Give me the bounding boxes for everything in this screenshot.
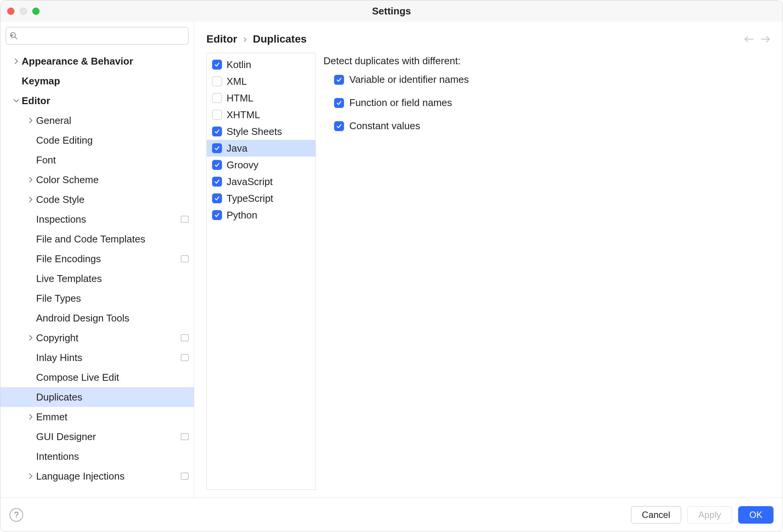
main-panel: Editor › Duplicates KotlinXMLHTMLX bbox=[194, 22, 783, 497]
apply-button: Apply bbox=[687, 506, 732, 524]
tree-item[interactable]: File Types bbox=[0, 288, 194, 308]
tree-item[interactable]: Emmet bbox=[0, 407, 194, 427]
tree-item[interactable]: Font bbox=[0, 150, 194, 170]
language-item[interactable]: JavaScript bbox=[207, 173, 315, 190]
language-item[interactable]: Groovy bbox=[207, 157, 315, 173]
language-label: Python bbox=[227, 209, 257, 221]
language-label: XML bbox=[227, 76, 247, 87]
nav-forward-icon[interactable] bbox=[761, 35, 770, 43]
tree-item[interactable]: Intentions bbox=[0, 446, 194, 466]
tree-item[interactable]: Android Design Tools bbox=[0, 308, 194, 328]
tree-item[interactable]: Code Style bbox=[0, 190, 194, 209]
tree-item[interactable]: Duplicates bbox=[0, 387, 194, 407]
language-label: JavaScript bbox=[227, 176, 273, 188]
cancel-button[interactable]: Cancel bbox=[631, 506, 682, 524]
option-row[interactable]: Function or field names bbox=[334, 97, 770, 109]
project-scope-icon bbox=[181, 334, 189, 341]
settings-tree[interactable]: Appearance & BehaviorKeymapEditorGeneral… bbox=[0, 48, 194, 497]
project-scope-icon bbox=[181, 433, 189, 440]
tree-item[interactable]: General bbox=[0, 111, 194, 130]
checkbox[interactable] bbox=[212, 93, 222, 103]
language-item[interactable]: Java bbox=[207, 140, 315, 157]
language-list[interactable]: KotlinXMLHTMLXHTMLStyle SheetsJavaGroovy… bbox=[206, 53, 316, 490]
chevron-right-icon[interactable] bbox=[25, 335, 36, 341]
tree-item-label: Code Style bbox=[36, 194, 189, 206]
nav-back-icon[interactable] bbox=[744, 35, 754, 43]
project-scope-icon bbox=[181, 216, 189, 223]
chevron-right-icon[interactable] bbox=[11, 58, 22, 64]
main-header: Editor › Duplicates bbox=[194, 22, 783, 53]
footer: ? Cancel Apply OK bbox=[0, 497, 783, 532]
language-item[interactable]: Python bbox=[207, 207, 315, 223]
tree-item[interactable]: Compose Live Edit bbox=[0, 367, 194, 387]
tree-item-label: General bbox=[36, 115, 189, 127]
project-scope-icon bbox=[181, 255, 189, 262]
option-row[interactable]: Constant values bbox=[334, 120, 770, 132]
ok-button[interactable]: OK bbox=[738, 506, 773, 524]
breadcrumb-current: Duplicates bbox=[253, 33, 307, 45]
language-item[interactable]: Kotlin bbox=[207, 56, 315, 73]
language-label: Groovy bbox=[227, 159, 258, 171]
language-item[interactable]: HTML bbox=[207, 90, 315, 106]
checkbox[interactable] bbox=[212, 160, 222, 170]
tree-item[interactable]: Inspections bbox=[0, 209, 194, 229]
tree-item[interactable]: Keymap bbox=[0, 71, 194, 91]
language-item[interactable]: TypeScript bbox=[207, 190, 315, 207]
tree-item[interactable]: Copyright bbox=[0, 328, 194, 348]
checkbox[interactable] bbox=[212, 127, 222, 136]
tree-item-label: Intentions bbox=[36, 451, 189, 462]
tree-item-label: Live Templates bbox=[36, 273, 189, 285]
tree-item[interactable]: Appearance & Behavior bbox=[0, 51, 194, 71]
chevron-down-icon[interactable] bbox=[11, 98, 22, 103]
tree-item-label: File Types bbox=[36, 293, 189, 304]
tree-item-label: File and Code Templates bbox=[36, 233, 189, 245]
tree-item[interactable]: File Encodings bbox=[0, 249, 194, 269]
option-row[interactable]: Variable or identifier names bbox=[334, 74, 770, 86]
language-item[interactable]: XML bbox=[207, 73, 315, 90]
tree-item[interactable]: Color Scheme bbox=[0, 170, 194, 190]
tree-item-label: Code Editing bbox=[36, 135, 189, 146]
tree-item[interactable]: Inlay Hints bbox=[0, 348, 194, 367]
chevron-right-icon[interactable] bbox=[25, 117, 36, 124]
option-label: Variable or identifier names bbox=[349, 74, 469, 86]
language-item[interactable]: XHTML bbox=[207, 106, 315, 123]
options-title: Detect duplicates with different: bbox=[323, 55, 770, 67]
checkbox[interactable] bbox=[212, 110, 222, 120]
chevron-right-icon[interactable] bbox=[25, 473, 36, 479]
chevron-right-icon[interactable] bbox=[25, 177, 36, 183]
tree-item[interactable]: Editor bbox=[0, 91, 194, 111]
checkbox[interactable] bbox=[212, 143, 222, 153]
checkbox[interactable] bbox=[334, 75, 344, 85]
tree-item[interactable]: Language Injections bbox=[0, 466, 194, 486]
chevron-right-icon[interactable] bbox=[25, 414, 36, 420]
checkbox[interactable] bbox=[212, 76, 222, 86]
tree-item[interactable]: GUI Designer bbox=[0, 427, 194, 446]
main-content: KotlinXMLHTMLXHTMLStyle SheetsJavaGroovy… bbox=[194, 53, 783, 497]
options-list: Variable or identifier namesFunction or … bbox=[323, 74, 770, 132]
checkbox[interactable] bbox=[334, 98, 344, 108]
checkbox[interactable] bbox=[334, 121, 344, 131]
options-panel: Detect duplicates with different: Variab… bbox=[323, 53, 770, 490]
minimize-icon[interactable] bbox=[20, 8, 27, 15]
language-label: TypeScript bbox=[227, 193, 273, 204]
tree-item[interactable]: Live Templates bbox=[0, 269, 194, 288]
checkbox[interactable] bbox=[212, 60, 222, 70]
language-item[interactable]: Style Sheets bbox=[207, 123, 315, 140]
search-input[interactable] bbox=[6, 27, 189, 44]
chevron-right-icon[interactable] bbox=[25, 196, 36, 203]
tree-item[interactable]: Code Editing bbox=[0, 130, 194, 150]
tree-item-label: Android Design Tools bbox=[36, 312, 189, 324]
checkbox[interactable] bbox=[212, 177, 222, 187]
maximize-icon[interactable] bbox=[32, 8, 40, 15]
checkbox[interactable] bbox=[212, 210, 222, 220]
breadcrumb-parent[interactable]: Editor bbox=[206, 33, 237, 45]
close-icon[interactable] bbox=[7, 8, 14, 15]
checkbox[interactable] bbox=[212, 193, 222, 203]
window-title: Settings bbox=[0, 5, 783, 17]
settings-window: Settings Appearance & BehaviorKeymapEdit… bbox=[0, 0, 783, 532]
search-container bbox=[0, 22, 194, 48]
tree-item-label: Appearance & Behavior bbox=[22, 55, 189, 67]
nav-arrows bbox=[744, 35, 770, 43]
tree-item[interactable]: File and Code Templates bbox=[0, 229, 194, 249]
help-icon[interactable]: ? bbox=[10, 508, 23, 522]
